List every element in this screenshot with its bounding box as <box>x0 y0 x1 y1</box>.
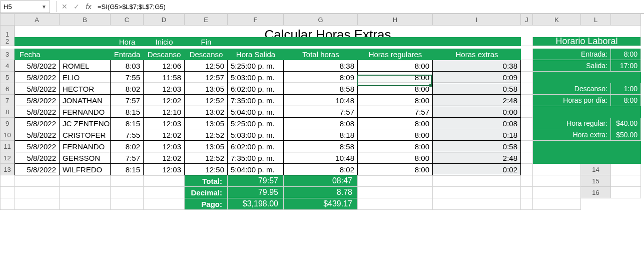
column-header[interactable]: E <box>185 14 228 26</box>
column-header[interactable]: G <box>284 14 358 26</box>
cell-nombre[interactable]: JONATHAN <box>60 95 111 106</box>
select-all-corner[interactable] <box>1 14 15 26</box>
cell-entrada[interactable]: 7:57 <box>111 152 144 164</box>
cell-total[interactable]: 8:58 <box>284 83 358 95</box>
blank-cell[interactable] <box>15 187 60 198</box>
blank-cell[interactable] <box>521 106 533 118</box>
row-header[interactable]: 16 <box>581 187 611 198</box>
cell-ini-desc[interactable]: 12:02 <box>144 129 185 141</box>
column-header[interactable]: A <box>15 14 60 26</box>
blank-cell[interactable] <box>60 187 111 198</box>
cell-entrada[interactable]: 8:15 <box>111 106 144 118</box>
blank-cell[interactable] <box>533 175 581 187</box>
blank-cell[interactable] <box>358 187 433 198</box>
cell-regulares[interactable]: 8:00 <box>358 118 433 129</box>
row-header[interactable]: 10 <box>1 129 15 141</box>
cell-fin-desc[interactable]: 12:52 <box>185 95 228 106</box>
blank-cell[interactable] <box>611 164 641 175</box>
row-header[interactable]: 12 <box>1 152 15 164</box>
cell-fin-desc[interactable]: 12:52 <box>185 129 228 141</box>
blank-cell[interactable] <box>433 198 521 210</box>
blank-cell[interactable] <box>433 175 521 187</box>
blank-cell[interactable] <box>521 37 533 46</box>
column-header[interactable]: H <box>358 14 433 26</box>
row-header[interactable]: 14 <box>581 164 611 175</box>
cell-extras[interactable]: 0:08 <box>433 118 521 129</box>
cell-nombre[interactable]: CRISTOFER <box>60 129 111 141</box>
blank-cell[interactable] <box>533 164 581 175</box>
blank-cell[interactable] <box>611 187 641 198</box>
cell-fecha[interactable]: 5/8/2022 <box>15 152 60 164</box>
cell-regulares[interactable]: 8:00 <box>358 83 433 95</box>
cell-entrada[interactable]: 8:15 <box>111 118 144 129</box>
cell-ini-desc[interactable]: 12:10 <box>144 106 185 118</box>
row-header[interactable]: 3 <box>1 49 15 60</box>
blank-cell[interactable] <box>144 175 185 187</box>
column-header[interactable] <box>611 14 641 26</box>
blank-cell[interactable] <box>533 187 581 198</box>
cell-salida[interactable]: 5:03:00 p. m. <box>228 72 284 83</box>
blank-cell[interactable] <box>521 60 533 72</box>
cell-ini-desc[interactable]: 11:58 <box>144 72 185 83</box>
blank-cell[interactable] <box>521 164 533 175</box>
blank-cell[interactable] <box>521 118 533 129</box>
cell-regulares[interactable]: 8:00 <box>358 95 433 106</box>
cell-salida[interactable]: 7:35:00 p. m. <box>228 152 284 164</box>
column-header[interactable]: K <box>533 14 581 26</box>
column-header[interactable]: B <box>60 14 111 26</box>
cell-nombre[interactable]: FERNANDO <box>60 141 111 152</box>
cell-fecha[interactable]: 5/8/2022 <box>15 106 60 118</box>
cell-total[interactable]: 8:09 <box>284 72 358 83</box>
name-box-chevron-icon[interactable]: ▼ <box>42 4 47 10</box>
cancel-icon[interactable]: ✕ <box>59 3 71 11</box>
cell-regulares[interactable]: 8:00 <box>358 60 433 72</box>
cell-nombre[interactable]: GERSSON <box>60 152 111 164</box>
cell-entrada[interactable]: 8:03 <box>111 60 144 72</box>
blank-cell[interactable] <box>521 95 533 106</box>
cell-ini-desc[interactable]: 12:03 <box>144 118 185 129</box>
blank-cell[interactable] <box>521 198 533 210</box>
formula-input[interactable]: =SI(G5>$L$7;$L$7;G5) <box>95 3 644 11</box>
cell-extras[interactable]: 0:00 <box>433 106 521 118</box>
cell-total[interactable]: 8:38 <box>284 60 358 72</box>
blank-cell[interactable] <box>521 83 533 95</box>
cell-total[interactable]: 7:57 <box>284 106 358 118</box>
cell-salida[interactable]: 5:25:00 p. m. <box>228 60 284 72</box>
blank-cell[interactable] <box>358 198 433 210</box>
blank-cell[interactable] <box>521 152 533 164</box>
row-header[interactable]: 8 <box>1 106 15 118</box>
blank-cell[interactable] <box>611 175 641 187</box>
cell-extras[interactable]: 0:02 <box>433 164 521 175</box>
cell-fin-desc[interactable]: 12:50 <box>185 60 228 72</box>
row-header[interactable]: 2 <box>1 37 15 46</box>
blank-cell[interactable] <box>1 198 15 210</box>
cell-entrada[interactable]: 8:02 <box>111 141 144 152</box>
blank-cell[interactable] <box>533 198 581 210</box>
blank-cell[interactable] <box>111 175 144 187</box>
cell-fecha[interactable]: 5/8/2022 <box>15 118 60 129</box>
row-header[interactable]: 7 <box>1 95 15 106</box>
column-header[interactable]: L <box>581 14 611 26</box>
row-header[interactable]: 9 <box>1 118 15 129</box>
column-header[interactable]: J <box>521 14 533 26</box>
spreadsheet-grid[interactable]: ABCDEFGHIJKL1Calcular Horas Extras2HoraI… <box>0 14 644 210</box>
cell-extras[interactable]: 0:18 <box>433 129 521 141</box>
blank-cell[interactable] <box>60 198 111 210</box>
cell-extras[interactable]: 0:38 <box>433 60 521 72</box>
cell-nombre[interactable]: ROMEL <box>60 60 111 72</box>
cell-entrada[interactable]: 7:55 <box>111 72 144 83</box>
cell-fecha[interactable]: 5/8/2022 <box>15 83 60 95</box>
cell-nombre[interactable]: HECTOR <box>60 83 111 95</box>
cell-regulares[interactable]: 8:00 <box>358 141 433 152</box>
blank-cell[interactable] <box>521 175 533 187</box>
blank-cell[interactable] <box>521 141 533 152</box>
blank-cell[interactable] <box>144 198 185 210</box>
blank-cell[interactable] <box>433 187 521 198</box>
column-header[interactable]: C <box>111 14 144 26</box>
blank-cell[interactable] <box>111 198 144 210</box>
cell-extras[interactable]: 0:58 <box>433 141 521 152</box>
cell-total[interactable]: 10:48 <box>284 95 358 106</box>
column-header[interactable]: D <box>144 14 185 26</box>
row-header[interactable]: 11 <box>1 141 15 152</box>
cell-extras[interactable]: 0:09 <box>433 72 521 83</box>
